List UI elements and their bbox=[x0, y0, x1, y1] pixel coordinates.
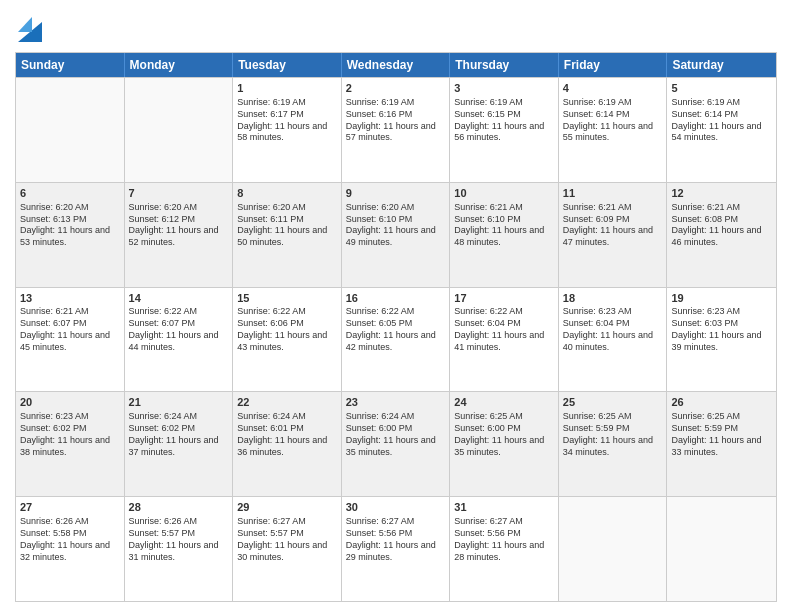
day-number: 28 bbox=[129, 500, 229, 515]
day-number: 9 bbox=[346, 186, 446, 201]
day-info: Sunrise: 6:21 AM Sunset: 6:09 PM Dayligh… bbox=[563, 202, 663, 250]
day-info: Sunrise: 6:20 AM Sunset: 6:10 PM Dayligh… bbox=[346, 202, 446, 250]
day-info: Sunrise: 6:22 AM Sunset: 6:07 PM Dayligh… bbox=[129, 306, 229, 354]
calendar-day-16: 16Sunrise: 6:22 AM Sunset: 6:05 PM Dayli… bbox=[342, 288, 451, 392]
day-number: 25 bbox=[563, 395, 663, 410]
day-info: Sunrise: 6:19 AM Sunset: 6:14 PM Dayligh… bbox=[671, 97, 772, 145]
calendar-empty-cell bbox=[667, 497, 776, 601]
calendar-header: SundayMondayTuesdayWednesdayThursdayFrid… bbox=[16, 53, 776, 77]
calendar-day-25: 25Sunrise: 6:25 AM Sunset: 5:59 PM Dayli… bbox=[559, 392, 668, 496]
day-number: 11 bbox=[563, 186, 663, 201]
day-number: 1 bbox=[237, 81, 337, 96]
calendar-day-19: 19Sunrise: 6:23 AM Sunset: 6:03 PM Dayli… bbox=[667, 288, 776, 392]
header-day-monday: Monday bbox=[125, 53, 234, 77]
day-info: Sunrise: 6:19 AM Sunset: 6:15 PM Dayligh… bbox=[454, 97, 554, 145]
header-day-saturday: Saturday bbox=[667, 53, 776, 77]
day-info: Sunrise: 6:20 AM Sunset: 6:12 PM Dayligh… bbox=[129, 202, 229, 250]
day-number: 10 bbox=[454, 186, 554, 201]
calendar-week-3: 13Sunrise: 6:21 AM Sunset: 6:07 PM Dayli… bbox=[16, 287, 776, 392]
day-info: Sunrise: 6:27 AM Sunset: 5:56 PM Dayligh… bbox=[454, 516, 554, 564]
calendar-day-11: 11Sunrise: 6:21 AM Sunset: 6:09 PM Dayli… bbox=[559, 183, 668, 287]
day-info: Sunrise: 6:22 AM Sunset: 6:05 PM Dayligh… bbox=[346, 306, 446, 354]
calendar-day-23: 23Sunrise: 6:24 AM Sunset: 6:00 PM Dayli… bbox=[342, 392, 451, 496]
calendar: SundayMondayTuesdayWednesdayThursdayFrid… bbox=[15, 52, 777, 602]
day-info: Sunrise: 6:23 AM Sunset: 6:04 PM Dayligh… bbox=[563, 306, 663, 354]
day-info: Sunrise: 6:22 AM Sunset: 6:06 PM Dayligh… bbox=[237, 306, 337, 354]
day-info: Sunrise: 6:27 AM Sunset: 5:57 PM Dayligh… bbox=[237, 516, 337, 564]
day-info: Sunrise: 6:19 AM Sunset: 6:17 PM Dayligh… bbox=[237, 97, 337, 145]
day-number: 20 bbox=[20, 395, 120, 410]
day-number: 12 bbox=[671, 186, 772, 201]
day-info: Sunrise: 6:24 AM Sunset: 6:00 PM Dayligh… bbox=[346, 411, 446, 459]
day-number: 22 bbox=[237, 395, 337, 410]
day-info: Sunrise: 6:26 AM Sunset: 5:58 PM Dayligh… bbox=[20, 516, 120, 564]
day-number: 21 bbox=[129, 395, 229, 410]
day-info: Sunrise: 6:23 AM Sunset: 6:03 PM Dayligh… bbox=[671, 306, 772, 354]
day-info: Sunrise: 6:20 AM Sunset: 6:13 PM Dayligh… bbox=[20, 202, 120, 250]
calendar-day-9: 9Sunrise: 6:20 AM Sunset: 6:10 PM Daylig… bbox=[342, 183, 451, 287]
day-number: 27 bbox=[20, 500, 120, 515]
day-number: 5 bbox=[671, 81, 772, 96]
day-number: 18 bbox=[563, 291, 663, 306]
calendar-day-8: 8Sunrise: 6:20 AM Sunset: 6:11 PM Daylig… bbox=[233, 183, 342, 287]
header-day-sunday: Sunday bbox=[16, 53, 125, 77]
day-number: 2 bbox=[346, 81, 446, 96]
day-info: Sunrise: 6:21 AM Sunset: 6:10 PM Dayligh… bbox=[454, 202, 554, 250]
calendar-day-21: 21Sunrise: 6:24 AM Sunset: 6:02 PM Dayli… bbox=[125, 392, 234, 496]
calendar-day-6: 6Sunrise: 6:20 AM Sunset: 6:13 PM Daylig… bbox=[16, 183, 125, 287]
calendar-week-5: 27Sunrise: 6:26 AM Sunset: 5:58 PM Dayli… bbox=[16, 496, 776, 601]
logo-icon bbox=[18, 12, 42, 42]
day-number: 13 bbox=[20, 291, 120, 306]
day-info: Sunrise: 6:26 AM Sunset: 5:57 PM Dayligh… bbox=[129, 516, 229, 564]
calendar-day-5: 5Sunrise: 6:19 AM Sunset: 6:14 PM Daylig… bbox=[667, 78, 776, 182]
day-number: 7 bbox=[129, 186, 229, 201]
calendar-day-4: 4Sunrise: 6:19 AM Sunset: 6:14 PM Daylig… bbox=[559, 78, 668, 182]
day-number: 15 bbox=[237, 291, 337, 306]
day-info: Sunrise: 6:24 AM Sunset: 6:01 PM Dayligh… bbox=[237, 411, 337, 459]
day-number: 4 bbox=[563, 81, 663, 96]
day-info: Sunrise: 6:21 AM Sunset: 6:08 PM Dayligh… bbox=[671, 202, 772, 250]
header bbox=[15, 10, 777, 44]
day-info: Sunrise: 6:24 AM Sunset: 6:02 PM Dayligh… bbox=[129, 411, 229, 459]
day-info: Sunrise: 6:23 AM Sunset: 6:02 PM Dayligh… bbox=[20, 411, 120, 459]
calendar-day-10: 10Sunrise: 6:21 AM Sunset: 6:10 PM Dayli… bbox=[450, 183, 559, 287]
header-day-thursday: Thursday bbox=[450, 53, 559, 77]
day-number: 30 bbox=[346, 500, 446, 515]
header-day-tuesday: Tuesday bbox=[233, 53, 342, 77]
day-number: 19 bbox=[671, 291, 772, 306]
calendar-day-3: 3Sunrise: 6:19 AM Sunset: 6:15 PM Daylig… bbox=[450, 78, 559, 182]
day-info: Sunrise: 6:19 AM Sunset: 6:14 PM Dayligh… bbox=[563, 97, 663, 145]
calendar-page: SundayMondayTuesdayWednesdayThursdayFrid… bbox=[0, 0, 792, 612]
calendar-empty-cell bbox=[559, 497, 668, 601]
day-number: 17 bbox=[454, 291, 554, 306]
calendar-day-2: 2Sunrise: 6:19 AM Sunset: 6:16 PM Daylig… bbox=[342, 78, 451, 182]
day-number: 14 bbox=[129, 291, 229, 306]
day-number: 16 bbox=[346, 291, 446, 306]
day-number: 23 bbox=[346, 395, 446, 410]
day-number: 6 bbox=[20, 186, 120, 201]
calendar-day-14: 14Sunrise: 6:22 AM Sunset: 6:07 PM Dayli… bbox=[125, 288, 234, 392]
calendar-day-31: 31Sunrise: 6:27 AM Sunset: 5:56 PM Dayli… bbox=[450, 497, 559, 601]
day-info: Sunrise: 6:19 AM Sunset: 6:16 PM Dayligh… bbox=[346, 97, 446, 145]
calendar-day-24: 24Sunrise: 6:25 AM Sunset: 6:00 PM Dayli… bbox=[450, 392, 559, 496]
header-day-wednesday: Wednesday bbox=[342, 53, 451, 77]
calendar-empty-cell bbox=[16, 78, 125, 182]
svg-marker-1 bbox=[18, 17, 32, 32]
calendar-week-1: 1Sunrise: 6:19 AM Sunset: 6:17 PM Daylig… bbox=[16, 77, 776, 182]
calendar-day-27: 27Sunrise: 6:26 AM Sunset: 5:58 PM Dayli… bbox=[16, 497, 125, 601]
day-info: Sunrise: 6:27 AM Sunset: 5:56 PM Dayligh… bbox=[346, 516, 446, 564]
day-number: 3 bbox=[454, 81, 554, 96]
calendar-day-7: 7Sunrise: 6:20 AM Sunset: 6:12 PM Daylig… bbox=[125, 183, 234, 287]
day-info: Sunrise: 6:20 AM Sunset: 6:11 PM Dayligh… bbox=[237, 202, 337, 250]
day-number: 29 bbox=[237, 500, 337, 515]
day-info: Sunrise: 6:25 AM Sunset: 6:00 PM Dayligh… bbox=[454, 411, 554, 459]
calendar-week-4: 20Sunrise: 6:23 AM Sunset: 6:02 PM Dayli… bbox=[16, 391, 776, 496]
calendar-day-12: 12Sunrise: 6:21 AM Sunset: 6:08 PM Dayli… bbox=[667, 183, 776, 287]
calendar-day-20: 20Sunrise: 6:23 AM Sunset: 6:02 PM Dayli… bbox=[16, 392, 125, 496]
calendar-day-17: 17Sunrise: 6:22 AM Sunset: 6:04 PM Dayli… bbox=[450, 288, 559, 392]
calendar-day-26: 26Sunrise: 6:25 AM Sunset: 5:59 PM Dayli… bbox=[667, 392, 776, 496]
day-number: 8 bbox=[237, 186, 337, 201]
calendar-week-2: 6Sunrise: 6:20 AM Sunset: 6:13 PM Daylig… bbox=[16, 182, 776, 287]
day-number: 31 bbox=[454, 500, 554, 515]
day-info: Sunrise: 6:25 AM Sunset: 5:59 PM Dayligh… bbox=[563, 411, 663, 459]
